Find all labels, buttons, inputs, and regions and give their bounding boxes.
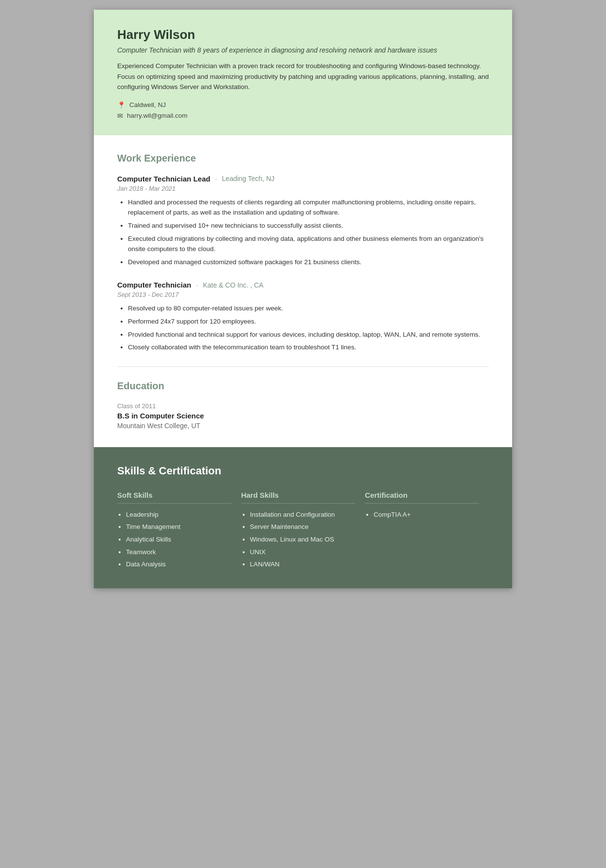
- section-divider: [117, 366, 489, 367]
- email-text: harry.wil@gmail.com: [127, 112, 187, 119]
- job-entry-2: Computer Technician · Kate & CO Inc. , C…: [117, 281, 489, 352]
- job-company-2: Kate & CO Inc. , CA: [203, 281, 264, 289]
- job-title-2: Computer Technician: [117, 281, 191, 289]
- education-title: Education: [117, 380, 489, 392]
- main-content: Work Experience Computer Technician Lead…: [94, 135, 512, 447]
- header-section: Harry Wilson Computer Technician with 8 …: [94, 10, 512, 135]
- bullet-2-1: Resolved up to 80 computer-related issue…: [128, 303, 489, 314]
- bullet-2-2: Performed 24x7 support for 120 employees…: [128, 316, 489, 327]
- job-dot-2: ·: [196, 281, 198, 289]
- soft-skill-3: Analytical Skills: [126, 533, 232, 546]
- certification-column: Certification CompTIA A+: [365, 491, 489, 571]
- job-dates-1: Jan 2018 - Mar 2021: [117, 185, 489, 192]
- candidate-description: Experienced Computer Technician with a p…: [117, 61, 489, 92]
- certification-1: CompTIA A+: [374, 508, 479, 521]
- soft-skills-column: Soft Skills Leadership Time Management A…: [117, 491, 241, 571]
- job-dates-2: Sept 2013 - Dec 2017: [117, 291, 489, 298]
- bullet-1-3: Executed cloud migrations by collecting …: [128, 234, 489, 254]
- certification-list: CompTIA A+: [365, 508, 479, 521]
- hard-skills-column: Hard Skills Installation and Configurati…: [241, 491, 365, 571]
- job-bullets-1: Handled and processed the requests of cl…: [117, 197, 489, 268]
- location-text: Caldwell, NJ: [129, 101, 166, 108]
- bullet-2-3: Provided functional and technical suppor…: [128, 329, 489, 340]
- job-header-2: Computer Technician · Kate & CO Inc. , C…: [117, 281, 489, 289]
- hard-skill-2: Server Maintenance: [250, 521, 356, 533]
- skills-title: Skills & Certification: [117, 465, 489, 477]
- job-title-1: Computer Technician Lead: [117, 175, 210, 183]
- soft-skill-1: Leadership: [126, 508, 232, 521]
- soft-skill-2: Time Management: [126, 521, 232, 533]
- job-header-1: Computer Technician Lead · Leading Tech,…: [117, 175, 489, 183]
- hard-skill-1: Installation and Configuration: [250, 508, 356, 521]
- resume-document: Harry Wilson Computer Technician with 8 …: [94, 10, 512, 588]
- hard-skill-4: UNIX: [250, 546, 356, 559]
- edu-school: Mountain West College, UT: [117, 422, 489, 430]
- bullet-1-2: Trained and supervised 10+ new technicia…: [128, 220, 489, 231]
- email-icon: ✉: [117, 112, 123, 120]
- work-experience-title: Work Experience: [117, 153, 489, 164]
- contact-info: 📍 Caldwell, NJ ✉ harry.wil@gmail.com: [117, 101, 489, 120]
- bullet-2-4: Closely collaborated with the telecommun…: [128, 342, 489, 353]
- soft-skills-title: Soft Skills: [117, 491, 232, 504]
- location-icon: 📍: [117, 101, 125, 109]
- hard-skills-title: Hard Skills: [241, 491, 356, 504]
- job-entry-1: Computer Technician Lead · Leading Tech,…: [117, 175, 489, 268]
- location-item: 📍 Caldwell, NJ: [117, 101, 489, 109]
- soft-skill-4: Teamwork: [126, 546, 232, 559]
- certification-title: Certification: [365, 491, 479, 504]
- soft-skill-5: Data Analysis: [126, 558, 232, 571]
- skills-grid: Soft Skills Leadership Time Management A…: [117, 491, 489, 571]
- bullet-1-4: Developed and managed customized softwar…: [128, 257, 489, 268]
- edu-class-year: Class of 2011: [117, 402, 489, 410]
- bullet-1-1: Handled and processed the requests of cl…: [128, 197, 489, 218]
- email-item: ✉ harry.wil@gmail.com: [117, 112, 489, 120]
- job-company-1: Leading Tech, NJ: [222, 175, 274, 182]
- candidate-tagline: Computer Technician with 8 years of expe…: [117, 46, 489, 54]
- skills-section: Skills & Certification Soft Skills Leade…: [94, 447, 512, 588]
- candidate-name: Harry Wilson: [117, 27, 489, 42]
- hard-skills-list: Installation and Configuration Server Ma…: [241, 508, 356, 571]
- job-dot-1: ·: [215, 175, 217, 182]
- hard-skill-3: Windows, Linux and Mac OS: [250, 533, 356, 546]
- edu-degree: B.S in Computer Science: [117, 412, 489, 420]
- hard-skill-5: LAN/WAN: [250, 558, 356, 571]
- education-section: Class of 2011 B.S in Computer Science Mo…: [117, 402, 489, 430]
- soft-skills-list: Leadership Time Management Analytical Sk…: [117, 508, 232, 571]
- job-bullets-2: Resolved up to 80 computer-related issue…: [117, 303, 489, 352]
